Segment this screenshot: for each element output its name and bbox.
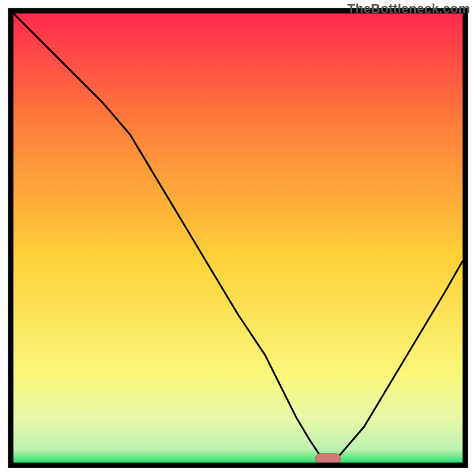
bottleneck-chart: [0, 0, 476, 476]
optimum-marker: [315, 453, 340, 464]
watermark-text: TheBottleneck.com: [347, 1, 470, 17]
chart-stage: TheBottleneck.com: [0, 0, 476, 476]
